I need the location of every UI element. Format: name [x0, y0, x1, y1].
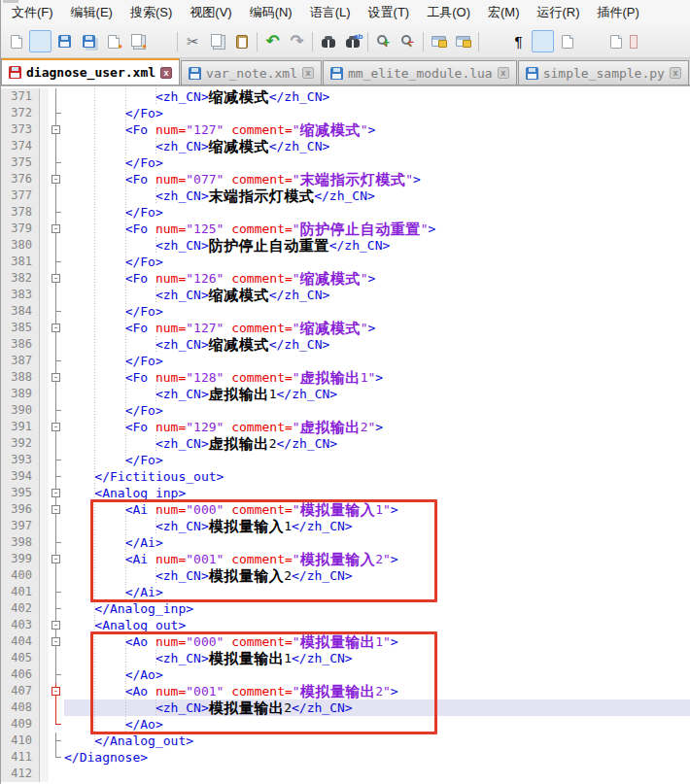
tab-simple-sample-py[interactable]: simple_sample.pyx — [518, 60, 689, 85]
menu-item-run[interactable]: 运行(R) — [528, 2, 588, 23]
menu-item-edit[interactable]: 编辑(E) — [62, 2, 121, 23]
code-line-373[interactable]: 373- <Fo num="127" comment="缩减模式"> — [1, 121, 690, 138]
tab-diagnose-user-xml[interactable]: diagnose_user.xmlx — [1, 58, 180, 85]
code-text[interactable]: <Fo num="077" comment="末端指示灯模式"> — [64, 171, 690, 187]
code-line-398[interactable]: 398 </Ai> — [1, 534, 690, 551]
fold-collapse-icon[interactable]: - — [49, 633, 64, 650]
code-line-395[interactable]: 395- <Analog_inp> — [1, 485, 690, 501]
function-list-icon[interactable] — [556, 30, 578, 52]
code-text[interactable]: </Ai> — [64, 534, 690, 551]
fold-collapse-icon[interactable]: - — [49, 320, 64, 336]
code-line-394[interactable]: 394 </Fictitious_out> — [1, 468, 690, 485]
code-text[interactable]: </Ao> — [64, 716, 690, 733]
code-text[interactable]: </Fo> — [64, 254, 690, 270]
fold-collapse-icon[interactable]: - — [49, 221, 64, 237]
tab-close-icon[interactable]: x — [302, 67, 314, 79]
code-line-407[interactable]: 407- <Ao num="001" comment="模拟量输出2"> — [1, 683, 690, 699]
redo-icon[interactable]: ↷ — [286, 30, 308, 52]
code-text[interactable]: <Ai num="000" comment="模拟量输入1"> — [64, 501, 690, 518]
fold-collapse-icon[interactable]: - — [49, 551, 64, 567]
code-line-392[interactable]: 392 <zh_CN>虚拟输出2</zh_CN> — [1, 435, 690, 452]
code-line-391[interactable]: 391- <Fo num="129" comment="虚拟输出2"> — [1, 419, 690, 435]
code-text[interactable]: <Ai num="001" comment="模拟量输入2"> — [64, 551, 690, 567]
code-line-387[interactable]: 387 </Fo> — [1, 353, 690, 369]
code-text[interactable]: <zh_CN>模拟量输入1</zh_CN> — [64, 518, 690, 534]
code-line-402[interactable]: 402 </Analog_inp> — [1, 600, 690, 617]
code-line-377[interactable]: 377 <zh_CN>末端指示灯模式</zh_CN> — [1, 187, 690, 204]
fold-collapse-icon[interactable]: - — [49, 419, 64, 435]
code-line-397[interactable]: 397 <zh_CN>模拟量输入1</zh_CN> — [1, 518, 690, 534]
code-text[interactable]: <Fo num="127" comment="缩减模式"> — [64, 121, 690, 138]
menu-item-macro[interactable]: 宏(M) — [479, 2, 529, 23]
code-text[interactable]: </Fo> — [64, 204, 690, 221]
code-line-405[interactable]: 405 <zh_CN>模拟量输出1</zh_CN> — [1, 650, 690, 666]
menu-item-encoding[interactable]: 编码(N) — [241, 2, 301, 23]
fold-collapse-icon[interactable]: - — [49, 683, 64, 699]
code-line-400[interactable]: 400 <zh_CN>模拟量输入2</zh_CN> — [1, 567, 690, 584]
code-text[interactable]: <zh_CN>虚拟输出1</zh_CN> — [64, 386, 690, 402]
code-line-382[interactable]: 382- <Fo num="126" comment="缩减模式"> — [1, 270, 690, 287]
code-text[interactable]: </Analog_out> — [64, 733, 690, 749]
code-text[interactable]: <zh_CN>防护停止自动重置</zh_CN> — [64, 237, 690, 254]
sync-horizontal-icon[interactable] — [452, 30, 474, 52]
code-line-403[interactable]: 403- <Analog_out> — [1, 617, 690, 633]
code-line-406[interactable]: 406 </Ao> — [1, 666, 690, 683]
fold-collapse-icon[interactable]: - — [49, 121, 64, 138]
code-line-385[interactable]: 385- <Fo num="127" comment="缩减模式"> — [1, 320, 690, 336]
code-line-384[interactable]: 384 </Fo> — [1, 303, 690, 320]
menu-item-file[interactable]: 文件(F) — [3, 2, 62, 23]
copy-icon[interactable] — [206, 30, 228, 52]
code-line-401[interactable]: 401 </Ai> — [1, 584, 690, 600]
code-text[interactable]: </Fo> — [64, 402, 690, 419]
close-icon[interactable] — [102, 30, 124, 52]
code-text[interactable]: <Analog_out> — [64, 617, 690, 633]
code-text[interactable]: <zh_CN>缩减模式</zh_CN> — [64, 88, 690, 105]
code-text[interactable]: </Ao> — [64, 666, 690, 683]
editor-pane[interactable]: 371 <zh_CN>缩减模式</zh_CN>372 </Fo>373- <Fo… — [1, 85, 690, 784]
code-line-396[interactable]: 396- <Ai num="000" comment="模拟量输入1"> — [1, 501, 690, 518]
code-line-409[interactable]: 409 </Ao> — [1, 716, 690, 733]
code-text[interactable]: <Analog_inp> — [64, 485, 690, 501]
code-text[interactable]: </Fo> — [64, 452, 690, 468]
code-text[interactable]: <zh_CN>缩减模式</zh_CN> — [64, 336, 690, 353]
code-line-375[interactable]: 375 </Fo> — [1, 154, 690, 171]
code-line-408[interactable]: 408 <zh_CN>模拟量输出2</zh_CN> — [1, 699, 690, 716]
code-line-381[interactable]: 381 </Fo> — [1, 254, 690, 270]
code-text[interactable]: </Fo> — [64, 353, 690, 369]
replace-icon[interactable] — [341, 30, 363, 52]
clipped-icon[interactable] — [629, 30, 638, 52]
code-text[interactable]: <Fo num="127" comment="缩减模式"> — [64, 320, 690, 336]
code-line-410[interactable]: 410 </Analog_out> — [1, 733, 690, 749]
tab-close-icon[interactable]: x — [498, 67, 509, 79]
sync-vertical-icon[interactable] — [428, 30, 450, 52]
code-text[interactable]: <zh_CN>末端指示灯模式</zh_CN> — [64, 187, 690, 204]
fold-collapse-icon[interactable]: - — [49, 369, 64, 386]
code-line-399[interactable]: 399- <Ai num="001" comment="模拟量输入2"> — [1, 551, 690, 567]
code-line-386[interactable]: 386 <zh_CN>缩减模式</zh_CN> — [1, 336, 690, 353]
code-line-393[interactable]: 393 </Fo> — [1, 452, 690, 468]
new-file-icon[interactable] — [5, 30, 27, 52]
code-line-383[interactable]: 383 <zh_CN>缩减模式</zh_CN> — [1, 287, 690, 303]
code-line-372[interactable]: 372 </Fo> — [1, 105, 690, 121]
code-text[interactable]: <zh_CN>虚拟输出2</zh_CN> — [64, 435, 690, 452]
code-line-376[interactable]: 376- <Fo num="077" comment="末端指示灯模式"> — [1, 171, 690, 187]
code-line-404[interactable]: 404- <Ao num="000" comment="模拟量输出1"> — [1, 633, 690, 650]
code-text[interactable]: </Ai> — [64, 584, 690, 600]
code-text[interactable]: </Fictitious_out> — [64, 468, 690, 485]
fold-collapse-icon[interactable]: - — [49, 171, 64, 187]
open-file-icon[interactable] — [29, 30, 52, 52]
code-text[interactable]: <zh_CN>模拟量输出2</zh_CN> — [64, 699, 690, 716]
code-text[interactable]: </Analog_inp> — [64, 600, 690, 617]
menu-item-settings[interactable]: 设置(T) — [360, 2, 419, 23]
tab-mm-elite-module-lua[interactable]: mm_elite_module.luax — [323, 60, 517, 85]
fold-collapse-icon[interactable]: - — [49, 485, 64, 501]
show-all-characters-icon[interactable]: ¶ — [507, 30, 530, 52]
code-text[interactable]: </Fo> — [64, 154, 690, 171]
fold-collapse-icon[interactable]: - — [49, 270, 64, 287]
code-text[interactable] — [64, 766, 690, 782]
zoom-out-icon[interactable] — [397, 30, 419, 52]
code-text[interactable]: <Fo num="125" comment="防护停止自动重置"> — [64, 221, 690, 237]
macro-record-icon[interactable] — [604, 30, 627, 52]
code-text[interactable]: </Fo> — [64, 105, 690, 121]
menu-item-view[interactable]: 视图(V) — [181, 2, 240, 23]
